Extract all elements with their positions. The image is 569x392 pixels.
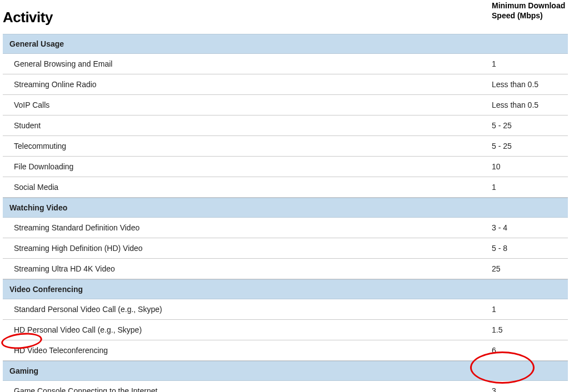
speed-cell: 1 [492,299,568,319]
table-row: File Downloading 10 [3,157,568,177]
category-general-usage: General Usage [3,34,568,54]
table-row: HD Personal Video Call (e.g., Skype) 1.5 [3,320,568,340]
table-row: Streaming Online Radio Less than 0.5 [3,74,568,95]
speed-cell: Less than 0.5 [492,74,568,94]
activity-cell: Student [3,115,492,135]
activity-cell: Game Console Connecting to the Internet [3,381,492,392]
table-row: General Browsing and Email 1 [3,54,568,74]
speed-cell: 25 [492,259,568,279]
activity-cell: VoIP Calls [3,95,492,115]
category-video-conferencing: Video Conferencing [3,279,568,299]
speed-cell: 5 - 8 [492,238,568,258]
speed-cell: 6 [492,340,568,360]
speed-cell: 5 - 25 [492,115,568,135]
speed-cell: 1.5 [492,320,568,340]
activity-cell: HD Personal Video Call (e.g., Skype) [3,320,492,340]
activity-cell: Standard Personal Video Call (e.g., Skyp… [3,299,492,319]
activity-cell: Social Media [3,177,492,197]
table-row: Social Media 1 [3,177,568,198]
activity-cell: Telecommuting [3,136,492,156]
category-gaming: Gaming [3,361,568,381]
speed-cell: 1 [492,177,568,197]
activity-cell: General Browsing and Email [3,54,492,74]
speed-cell: 5 - 25 [492,136,568,156]
activity-cell: File Downloading [3,157,492,177]
activity-cell: HD Video Teleconferencing [3,340,492,360]
table-row: Streaming Ultra HD 4K Video 25 [3,259,568,279]
header-speed: Minimum Download Speed (Mbps) [492,0,568,21]
table-row: Student 5 - 25 [3,115,568,136]
table-row: Game Console Connecting to the Internet … [3,381,568,392]
activity-cell: Streaming Ultra HD 4K Video [3,259,492,279]
table-row: Telecommuting 5 - 25 [3,136,568,157]
speed-cell: 3 - 4 [492,218,568,238]
header-activity: Activity [3,0,492,34]
activity-cell: Streaming Standard Definition Video [3,218,492,238]
speed-table: Activity Minimum Download Speed (Mbps) G… [3,0,568,392]
activity-cell: Streaming Online Radio [3,74,492,94]
table-row: Streaming Standard Definition Video 3 - … [3,218,568,238]
table-row: Streaming High Definition (HD) Video 5 -… [3,238,568,259]
speed-cell: Less than 0.5 [492,95,568,115]
speed-cell: 3 [492,381,568,392]
category-watching-video: Watching Video [3,198,568,218]
speed-cell: 10 [492,157,568,177]
table-row: HD Video Teleconferencing 6 [3,340,568,361]
speed-cell: 1 [492,54,568,74]
table-row: VoIP Calls Less than 0.5 [3,95,568,115]
table-header-row: Activity Minimum Download Speed (Mbps) [3,0,568,34]
table-row: Standard Personal Video Call (e.g., Skyp… [3,299,568,320]
activity-cell: Streaming High Definition (HD) Video [3,238,492,258]
